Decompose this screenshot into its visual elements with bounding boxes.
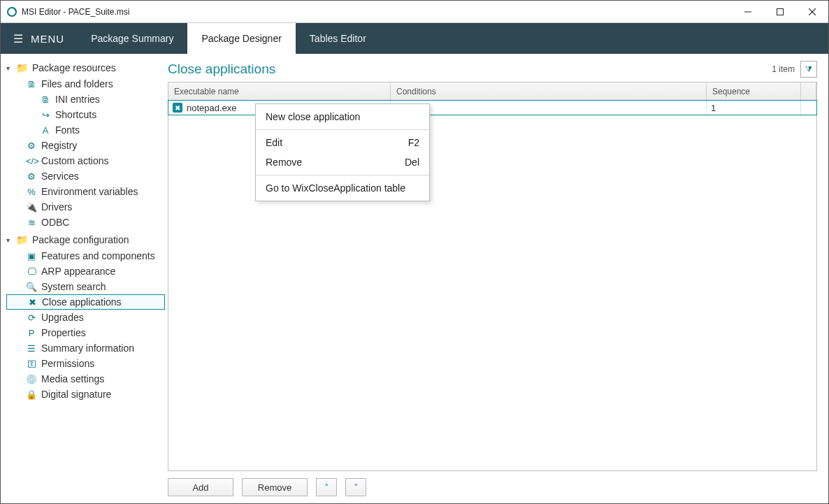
sidebar-item-label: Custom actions [41, 155, 108, 166]
sidebar-item-digital-signature[interactable]: 🔒 Digital signature [6, 387, 165, 402]
sidebar-item-close-applications[interactable]: ✖ Close applications [6, 294, 165, 310]
db-icon: ≋ [26, 217, 37, 228]
sidebar-item-features[interactable]: ▣ Features and components [6, 248, 165, 264]
move-up-button[interactable]: ˄ [316, 478, 337, 496]
bottom-toolbar: Add Remove ˄ ˅ [168, 471, 817, 496]
ctx-label: Edit [266, 137, 282, 148]
maximize-button[interactable] [764, 1, 796, 22]
sidebar-item-label: Shortcuts [55, 109, 96, 120]
grid-header: Executable name Conditions Sequence [168, 82, 816, 101]
sidebar-item-properties[interactable]: P Properties [6, 325, 165, 340]
tab-package-summary[interactable]: Package Summary [77, 23, 187, 54]
sidebar-item-label: Properties [41, 327, 86, 338]
tree-header-resources[interactable]: ▾ 📁 Package resources [6, 59, 165, 76]
ctx-new-close-application[interactable]: New close application [256, 107, 429, 127]
sidebar: ▾ 📁 Package resources 🗎 Files and folder… [1, 54, 165, 503]
tree-header-label: Package resources [32, 62, 116, 73]
content-area: ▾ 📁 Package resources 🗎 Files and folder… [1, 54, 828, 503]
ctx-remove[interactable]: Remove Del [256, 152, 429, 172]
registry-icon: ⚙ [26, 141, 37, 151]
sidebar-item-label: Permissions [41, 358, 94, 369]
sidebar-item-arp[interactable]: 🖵 ARP appearance [6, 264, 165, 279]
item-count: 1 item [772, 64, 795, 74]
close-app-icon: ✖ [173, 103, 182, 113]
sidebar-item-label: Files and folders [41, 78, 113, 89]
sidebar-item-label: ODBC [41, 217, 69, 228]
page-title: Close applications [168, 62, 275, 77]
sidebar-item-odbc[interactable]: ≋ ODBC [6, 215, 165, 230]
sidebar-item-ini-entries[interactable]: 🗎 INI entries [6, 92, 165, 107]
sidebar-item-files-and-folders[interactable]: 🗎 Files and folders [6, 76, 165, 92]
column-executable-name[interactable]: Executable name [168, 82, 391, 100]
font-icon: A [40, 125, 51, 136]
ctx-label: New close application [266, 111, 360, 122]
tree-group-configuration: ▾ 📁 Package configuration ▣ Features and… [6, 231, 165, 402]
cell-seq: 1 [707, 101, 801, 115]
percent-icon: % [26, 187, 37, 197]
plug-icon: 🔌 [26, 202, 37, 213]
sidebar-item-env-vars[interactable]: % Environment variables [6, 184, 165, 199]
sidebar-item-upgrades[interactable]: ⟳ Upgrades [6, 310, 165, 325]
sidebar-item-summary-info[interactable]: ☰ Summary information [6, 340, 165, 356]
data-grid: Executable name Conditions Sequence ✖ no… [168, 82, 817, 471]
sidebar-item-label: Services [41, 171, 79, 182]
filter-button[interactable]: ⧩ [800, 61, 817, 78]
main-header: Close applications 1 item ⧩ [168, 61, 817, 78]
shortcut-icon: ↪ [40, 110, 51, 120]
main-panel: Close applications 1 item ⧩ Executable n… [165, 54, 828, 503]
puzzle-icon: ▣ [26, 251, 37, 261]
sidebar-item-services[interactable]: ⚙ Services [6, 168, 165, 184]
tab-tables-editor[interactable]: Tables Editor [296, 23, 380, 54]
column-sequence[interactable]: Sequence [707, 82, 801, 100]
sidebar-item-label: System search [41, 281, 106, 292]
sidebar-item-label: Drivers [41, 201, 72, 213]
ctx-goto-table[interactable]: Go to WixCloseApplication table [256, 178, 429, 198]
filter-icon: ⧩ [805, 64, 812, 74]
tree-header-label: Package configuration [32, 234, 129, 245]
ctx-separator [256, 175, 429, 175]
sidebar-item-permissions[interactable]: ⚿ Permissions [6, 356, 165, 371]
sidebar-item-custom-actions[interactable]: </> Custom actions [6, 153, 165, 168]
menu-button[interactable]: ☰ MENU [1, 23, 77, 54]
sidebar-item-media-settings[interactable]: 💿 Media settings [6, 371, 165, 387]
tree-header-configuration[interactable]: ▾ 📁 Package configuration [6, 231, 165, 248]
tree-group-resources: ▾ 📁 Package resources 🗎 Files and folder… [6, 59, 165, 230]
ctx-label: Remove [266, 157, 302, 168]
titlebar: MSI Editor - PACE_Suite.msi [1, 1, 828, 23]
sidebar-item-fonts[interactable]: A Fonts [6, 122, 165, 138]
grid-body: ✖ notepad.exe 1 New close application [168, 101, 816, 470]
move-down-button[interactable]: ˅ [345, 478, 366, 496]
cell-cond [391, 101, 707, 115]
ctx-edit[interactable]: Edit F2 [256, 133, 429, 152]
sidebar-item-label: Media settings [41, 373, 104, 384]
column-spacer [801, 82, 816, 100]
gear-icon: ⚙ [26, 171, 37, 182]
add-button[interactable]: Add [168, 478, 233, 496]
sidebar-item-label: Upgrades [41, 312, 84, 323]
column-conditions[interactable]: Conditions [391, 82, 707, 100]
sidebar-item-label: ARP appearance [41, 266, 115, 277]
folder-icon: 📁 [16, 234, 28, 245]
window-title: MSI Editor - PACE_Suite.msi [22, 7, 732, 17]
list-icon: ☰ [26, 343, 37, 354]
disc-icon: 💿 [26, 374, 37, 384]
minimize-button[interactable] [732, 1, 764, 22]
lock-icon: 🔒 [26, 389, 37, 400]
sidebar-item-system-search[interactable]: 🔍 System search [6, 279, 165, 294]
close-app-icon: ✖ [27, 297, 38, 308]
tab-package-designer[interactable]: Package Designer [187, 23, 295, 54]
sidebar-item-label: Close applications [42, 296, 122, 308]
close-button[interactable] [796, 1, 828, 22]
cell-spacer [801, 101, 816, 115]
sidebar-item-drivers[interactable]: 🔌 Drivers [6, 199, 165, 215]
ctx-separator [256, 129, 429, 130]
sidebar-item-label: Fonts [55, 124, 80, 136]
ctx-label: Go to WixCloseApplication table [266, 182, 405, 194]
sidebar-item-registry[interactable]: ⚙ Registry [6, 138, 165, 153]
cell-value: 1 [711, 103, 716, 113]
caret-down-icon: ▾ [6, 64, 15, 72]
remove-button[interactable]: Remove [242, 478, 308, 496]
sidebar-item-shortcuts[interactable]: ↪ Shortcuts [6, 107, 165, 122]
cell-value: notepad.exe [187, 103, 237, 113]
window-controls [732, 1, 828, 22]
